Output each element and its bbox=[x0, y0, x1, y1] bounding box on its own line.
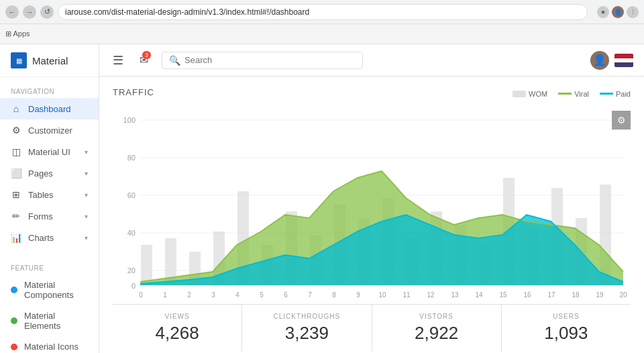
legend-paid-color bbox=[600, 93, 613, 95]
svg-text:0: 0 bbox=[131, 282, 136, 290]
sidebar-item-charts[interactable]: 📊 Charts ▾ bbox=[0, 227, 99, 248]
sidebar-item-material-icons[interactable]: Material Icons bbox=[0, 336, 99, 353]
svg-text:4: 4 bbox=[235, 291, 239, 299]
legend-viral-color bbox=[558, 93, 572, 95]
browser-back-button[interactable]: ← bbox=[5, 5, 19, 19]
svg-text:60: 60 bbox=[127, 191, 136, 199]
chevron-down-icon: ▾ bbox=[85, 191, 88, 199]
browser-chrome: ← → ↺ iarouse.com/dist-material-design-a… bbox=[0, 0, 644, 24]
stat-clickthroughs-label: CLICKTHROUGHS bbox=[248, 313, 366, 320]
traffic-chart: 100 80 60 40 20 0 bbox=[113, 111, 631, 299]
search-box[interactable]: 🔍 bbox=[162, 52, 363, 69]
feature-section-label: Feature bbox=[0, 259, 99, 274]
chart-legend: WOM Viral Paid bbox=[513, 90, 631, 98]
chevron-down-icon: ▾ bbox=[85, 213, 88, 220]
stats-row: VIEWS 4,268 CLICKTHROUGHS 3,239 VISTORS … bbox=[113, 304, 631, 352]
flag-icon bbox=[614, 54, 633, 67]
sidebar-item-customizer[interactable]: ⚙ Customizer bbox=[0, 119, 99, 141]
pages-icon: ⬜ bbox=[11, 168, 21, 179]
browser-menu-icon: ⋮ bbox=[627, 6, 639, 18]
avatar[interactable]: 👤 bbox=[590, 51, 609, 70]
svg-text:9: 9 bbox=[356, 291, 360, 299]
stat-views-value: 4,268 bbox=[118, 323, 236, 344]
stat-users: USERS 1,093 bbox=[502, 305, 631, 352]
dashboard-icon: ⌂ bbox=[11, 103, 21, 114]
svg-text:11: 11 bbox=[402, 291, 411, 299]
chevron-down-icon: ▾ bbox=[85, 170, 88, 177]
tables-icon: ⊞ bbox=[11, 189, 21, 200]
hamburger-button[interactable]: ☰ bbox=[110, 50, 126, 70]
svg-text:18: 18 bbox=[572, 291, 580, 299]
sidebar-item-label: Material Components bbox=[24, 280, 88, 300]
legend-wom-label: WOM bbox=[529, 90, 547, 98]
chart-title: TRAFFIC bbox=[113, 87, 154, 97]
browser-star-icon: ★ bbox=[597, 6, 609, 18]
sidebar-item-pages[interactable]: ⬜ Pages ▾ bbox=[0, 162, 99, 184]
feature-section: Feature Material Components Material Ele… bbox=[0, 254, 99, 353]
chevron-down-icon: ▾ bbox=[85, 234, 88, 242]
svg-text:1: 1 bbox=[163, 291, 167, 299]
stat-visitors-label: VISTORS bbox=[378, 313, 496, 320]
material-icons-dot bbox=[11, 344, 17, 350]
legend-wom: WOM bbox=[513, 90, 547, 98]
svg-text:17: 17 bbox=[547, 291, 555, 299]
chart-svg-wrapper: ⚙ 100 80 60 40 20 0 bbox=[113, 111, 631, 299]
legend-paid: Paid bbox=[600, 90, 631, 98]
apps-label[interactable]: ⊞ Apps bbox=[5, 30, 30, 38]
svg-text:40: 40 bbox=[127, 229, 136, 237]
url-text: iarouse.com/dist-material-design-admin/v… bbox=[65, 7, 309, 17]
stat-views-label: VIEWS bbox=[118, 313, 236, 320]
sidebar-item-forms[interactable]: ✏ Forms ▾ bbox=[0, 205, 99, 227]
sidebar-item-label: Charts bbox=[28, 233, 54, 243]
svg-text:8: 8 bbox=[332, 291, 336, 299]
browser-forward-button[interactable]: → bbox=[23, 5, 36, 19]
sidebar-item-label: Customizer bbox=[28, 125, 72, 136]
search-input[interactable] bbox=[184, 55, 356, 65]
legend-viral-label: Viral bbox=[574, 90, 589, 98]
svg-text:10: 10 bbox=[378, 291, 386, 299]
svg-text:6: 6 bbox=[284, 291, 288, 299]
sidebar-item-tables[interactable]: ⊞ Tables ▾ bbox=[0, 184, 99, 205]
material-ui-icon: ◫ bbox=[11, 146, 21, 157]
svg-text:20: 20 bbox=[619, 291, 627, 299]
sidebar-item-label: Material UI bbox=[28, 147, 70, 157]
stat-clickthroughs-value: 3,239 bbox=[248, 323, 366, 344]
top-bar: ☰ ✉ 3 🔍 👤 bbox=[99, 44, 644, 77]
svg-text:2: 2 bbox=[187, 291, 191, 299]
nav-section: Navigation ⌂ Dashboard ⚙ Customizer ◫ Ma… bbox=[0, 77, 99, 254]
svg-rect-12 bbox=[141, 245, 152, 285]
svg-text:100: 100 bbox=[123, 116, 136, 124]
sidebar-item-label: Material Icons bbox=[24, 342, 78, 352]
address-bar[interactable]: iarouse.com/dist-material-design-admin/v… bbox=[58, 4, 588, 20]
sidebar-item-material-elements[interactable]: Material Elements bbox=[0, 305, 99, 336]
customizer-icon: ⚙ bbox=[11, 125, 21, 136]
stat-visitors: VISTORS 2,922 bbox=[372, 305, 502, 352]
svg-text:5: 5 bbox=[260, 291, 264, 299]
sidebar-item-dashboard[interactable]: ⌂ Dashboard bbox=[0, 98, 99, 119]
mail-button[interactable]: ✉ 3 bbox=[137, 51, 151, 69]
nav-section-label: Navigation bbox=[0, 83, 99, 98]
charts-icon: 📊 bbox=[11, 232, 21, 243]
chart-settings-button[interactable]: ⚙ bbox=[612, 111, 631, 130]
svg-text:0: 0 bbox=[139, 291, 143, 299]
sidebar-item-label: Dashboard bbox=[28, 104, 71, 114]
sidebar-item-label: Material Elements bbox=[24, 311, 88, 331]
sidebar-item-material-components[interactable]: Material Components bbox=[0, 274, 99, 305]
chart-container: TRAFFIC WOM Viral Paid bbox=[113, 87, 631, 352]
svg-text:16: 16 bbox=[523, 291, 531, 299]
stat-clickthroughs: CLICKTHROUGHS 3,239 bbox=[242, 305, 372, 352]
sidebar-item-label: Pages bbox=[28, 168, 53, 179]
sidebar-item-label: Forms bbox=[28, 211, 53, 221]
brand-name: Material bbox=[32, 55, 68, 66]
mail-badge: 3 bbox=[142, 51, 151, 59]
sidebar-item-material-ui[interactable]: ◫ Material UI ▾ bbox=[0, 141, 99, 162]
brand-icon: ▦ bbox=[11, 52, 27, 68]
sidebar: ▦ Material Navigation ⌂ Dashboard ⚙ Cust… bbox=[0, 44, 99, 353]
svg-text:80: 80 bbox=[127, 154, 136, 162]
forms-icon: ✏ bbox=[11, 211, 21, 221]
chevron-down-icon: ▾ bbox=[85, 148, 88, 156]
stat-views: VIEWS 4,268 bbox=[113, 305, 242, 352]
search-icon: 🔍 bbox=[169, 55, 180, 66]
legend-viral: Viral bbox=[558, 90, 589, 98]
browser-reload-button[interactable]: ↺ bbox=[40, 5, 54, 19]
